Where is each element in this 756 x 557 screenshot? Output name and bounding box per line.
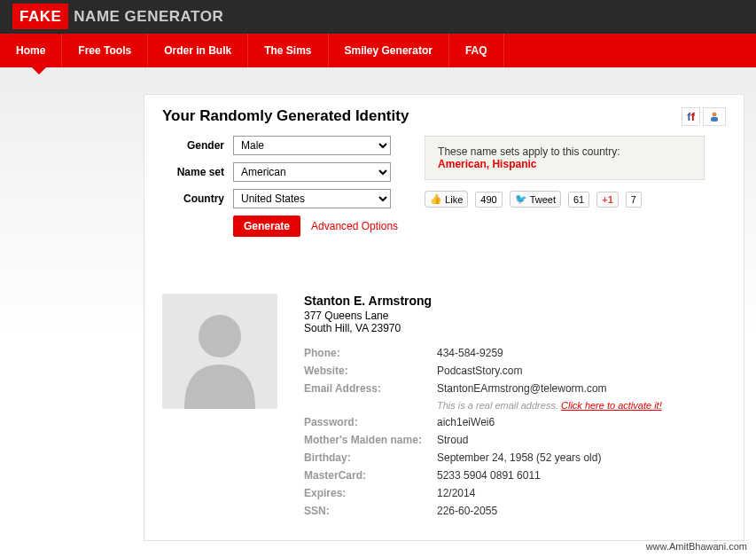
svg-rect-1: [711, 117, 718, 122]
twitter-icon: 🐦: [515, 193, 527, 205]
avatar: [162, 294, 277, 409]
brand-fake-badge: FAKE: [12, 4, 68, 29]
social-icon-ff[interactable]: ff: [682, 107, 700, 126]
note-line: These name sets apply to this country:: [438, 145, 691, 158]
avatar-silhouette-icon: [171, 302, 269, 409]
tweet-button[interactable]: 🐦Tweet: [510, 191, 561, 208]
main-card: Your Randomly Generated Identity ff Gend…: [144, 94, 744, 541]
birthday-value: September 24, 1958 (52 years old): [437, 451, 601, 464]
brand-text: NAME GENERATOR: [74, 8, 223, 25]
gender-label: Gender: [162, 139, 233, 152]
website-label: Website:: [304, 365, 437, 377]
nav-free-tools[interactable]: Free Tools: [62, 34, 148, 67]
generated-address: 377 Queens Lane South Hill, VA 23970: [304, 310, 726, 334]
note-sets: American, Hispanic: [438, 158, 691, 170]
ssn-label: SSN:: [304, 505, 437, 517]
generate-button[interactable]: Generate: [233, 216, 300, 237]
password-label: Password:: [304, 416, 437, 428]
email-label: Email Address:: [304, 382, 437, 395]
nav-active-indicator: [32, 67, 46, 75]
corner-icons: ff: [682, 107, 726, 126]
person-icon: [708, 111, 721, 123]
email-note: This is a real email address. Click here…: [437, 400, 662, 411]
website-value: PodcastStory.com: [437, 365, 522, 377]
topbar: FAKENAME GENERATOR: [0, 0, 756, 34]
nav-order-bulk[interactable]: Order in Bulk: [148, 34, 248, 67]
nav-faq[interactable]: FAQ: [449, 34, 504, 67]
gplus-count: 7: [626, 192, 642, 208]
advanced-options-link[interactable]: Advanced Options: [311, 220, 398, 232]
email-value: StantonEArmstrong@teleworm.com: [437, 382, 607, 395]
nav-smiley[interactable]: Smiley Generator: [329, 34, 449, 67]
details: Stanton E. Armstrong 377 Queens Lane Sou…: [304, 294, 726, 522]
card-value: 5233 5904 0891 6011: [437, 469, 541, 482]
expires-value: 12/2014: [437, 487, 475, 499]
maiden-label: Mother's Maiden name:: [304, 434, 437, 446]
fb-like-button[interactable]: 👍Like: [425, 191, 468, 208]
activate-email-link[interactable]: Click here to activate it!: [561, 400, 662, 411]
brand: FAKENAME GENERATOR: [12, 8, 223, 26]
social-row: 👍Like 490 🐦Tweet 61 +1 7: [425, 191, 705, 208]
profile: Stanton E. Armstrong 377 Queens Lane Sou…: [162, 294, 726, 522]
expires-label: Expires:: [304, 487, 437, 499]
password-value: aich1eiWei6: [437, 416, 495, 428]
phone-value: 434-584-9259: [437, 347, 503, 359]
options-form: Gender Male Name set American Country Un…: [162, 136, 398, 244]
main-nav: Home Free Tools Order in Bulk The Sims S…: [0, 34, 756, 67]
svg-point-2: [199, 315, 241, 357]
card-label: MasterCard:: [304, 469, 437, 482]
gender-select[interactable]: Male: [233, 136, 391, 155]
page-title: Your Randomly Generated Identity: [162, 107, 409, 125]
nameset-select[interactable]: American: [233, 162, 391, 182]
nav-home[interactable]: Home: [0, 34, 62, 67]
gplus-button[interactable]: +1: [596, 192, 619, 208]
generated-name: Stanton E. Armstrong: [304, 294, 726, 308]
watermark: www.AmitBhawani.com: [646, 541, 747, 552]
country-select[interactable]: United States: [233, 189, 391, 208]
country-label: Country: [162, 192, 233, 205]
svg-point-0: [713, 112, 717, 116]
fb-like-count: 490: [475, 192, 502, 208]
note-box: These name sets apply to this country: A…: [425, 136, 705, 180]
thumb-icon: 👍: [430, 193, 442, 205]
social-icon-person[interactable]: [703, 107, 726, 126]
ssn-value: 226-60-2055: [437, 505, 497, 517]
phone-label: Phone:: [304, 347, 437, 359]
nameset-label: Name set: [162, 166, 233, 178]
nav-sims[interactable]: The Sims: [248, 34, 328, 67]
birthday-label: Birthday:: [304, 451, 437, 464]
tweet-count: 61: [568, 192, 589, 208]
maiden-value: Stroud: [437, 434, 468, 446]
